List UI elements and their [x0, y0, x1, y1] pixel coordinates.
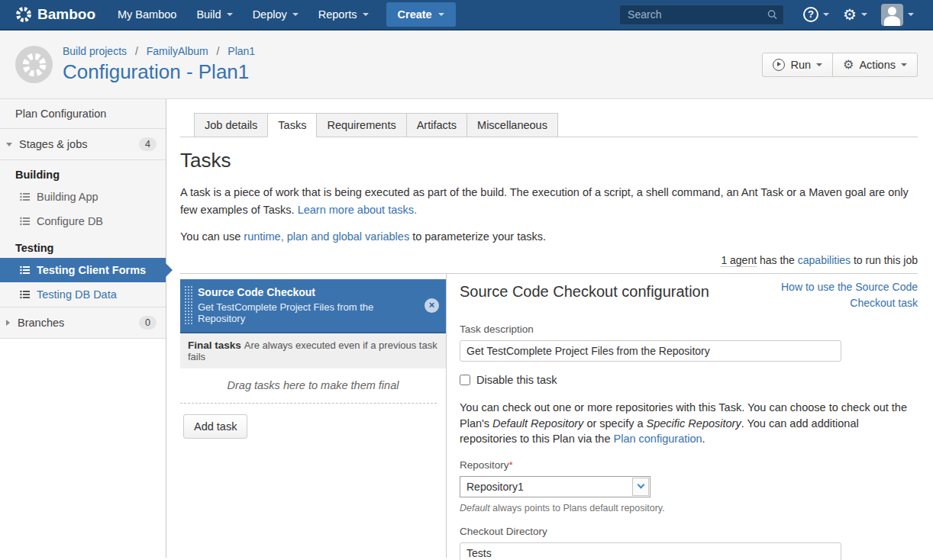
nav-my-bamboo[interactable]: My Bamboo: [108, 0, 186, 30]
branches-count-badge: 0: [139, 316, 157, 330]
capabilities-link[interactable]: capabilities: [798, 254, 851, 266]
breadcrumb-build-projects[interactable]: Build projects: [63, 45, 127, 57]
chevron-down-icon: [816, 63, 822, 66]
header-text: Build projects / FamilyAlbum / Plan1 Con…: [63, 45, 255, 84]
search-box[interactable]: [619, 5, 784, 25]
intro-text: You can use: [180, 230, 244, 243]
drag-tasks-hint: Drag tasks here to make them final: [180, 369, 446, 403]
task-card-source-code-checkout[interactable]: Source Code Checkout Get TestComplete Pr…: [180, 279, 446, 333]
repository-description: You can check out one or more repositori…: [460, 400, 918, 447]
final-tasks-label: Final tasks: [188, 340, 241, 351]
tab-artifacts[interactable]: Artifacts: [406, 113, 467, 137]
tab-miscellaneous[interactable]: Miscellaneous: [466, 113, 558, 137]
sidebar-item-branches[interactable]: Branches 0: [0, 307, 166, 338]
bamboo-logo-icon: [15, 6, 32, 23]
user-menu[interactable]: [877, 4, 918, 26]
list-icon: [20, 217, 30, 226]
list-icon: [20, 266, 30, 275]
help-menu[interactable]: [799, 7, 833, 22]
delete-task-button[interactable]: [425, 298, 439, 313]
breadcrumb-familyalbum[interactable]: FamilyAlbum: [147, 45, 208, 57]
sidebar-item-plan-configuration[interactable]: Plan Configuration: [0, 99, 166, 129]
sidebar-item-building-app[interactable]: Building App: [0, 185, 166, 209]
disable-task-row[interactable]: Disable this task: [460, 374, 918, 386]
checkout-directory-label: Checkout Directory: [460, 526, 918, 537]
gear-icon: [843, 7, 857, 22]
agents-capability-line: 1 agent has the capabilities to run this…: [180, 254, 918, 266]
testing-client-forms-label: Testing Client Forms: [37, 264, 146, 276]
search-input[interactable]: [626, 8, 767, 21]
nav-build[interactable]: Build: [186, 0, 242, 30]
sidebar-nav: Plan Configuration Stages & jobs 4 Build…: [0, 99, 166, 339]
page-title: Configuration - Plan1: [63, 60, 255, 84]
run-button[interactable]: Run: [762, 53, 833, 77]
tab-bar: Job details Tasks Requirements Artifacts…: [180, 113, 918, 137]
how-to-use-link[interactable]: How to use the Source Code Checkout task: [759, 279, 918, 311]
sidebar-item-stages-jobs[interactable]: Stages & jobs 4: [0, 129, 166, 160]
sidebar-item-testing-db-data[interactable]: Testing DB Data: [0, 282, 166, 307]
plan-configuration-link[interactable]: Plan configuration: [614, 433, 702, 445]
drag-handle-icon[interactable]: [184, 285, 193, 326]
repository-label: Repository*: [460, 459, 918, 471]
stage-heading-testing: Testing: [0, 233, 166, 258]
repository-select[interactable]: Repository1: [460, 476, 651, 497]
learn-more-link[interactable]: Learn more about tasks.: [298, 204, 417, 216]
add-task-button[interactable]: Add task: [183, 414, 247, 439]
create-button[interactable]: Create: [386, 2, 456, 27]
breadcrumb: Build projects / FamilyAlbum / Plan1: [63, 45, 255, 57]
chevron-down-icon: [637, 481, 644, 489]
sidebar-item-configure-db[interactable]: Configure DB: [0, 209, 166, 233]
repo-text: .: [702, 433, 705, 445]
list-icon: [20, 290, 30, 299]
building-app-label: Building App: [37, 191, 98, 203]
chevron-down-icon: [823, 13, 829, 16]
branches-label: Branches: [18, 317, 64, 329]
navbar-icon-group: [799, 4, 918, 26]
intro-text: A task is a piece of work that is being …: [180, 186, 909, 216]
tab-requirements[interactable]: Requirements: [316, 113, 406, 137]
admin-menu[interactable]: [839, 7, 871, 22]
tasks-layout: Source Code Checkout Get TestComplete Pr…: [180, 274, 918, 558]
chevron-down-icon: [861, 13, 867, 16]
variables-link[interactable]: runtime, plan and global variables: [244, 230, 409, 243]
final-tasks-dropzone-divider: [180, 403, 437, 404]
main-content: Job details Tasks Requirements Artifacts…: [166, 99, 933, 558]
tasks-intro-paragraph: A task is a piece of work that is being …: [180, 184, 918, 219]
search-icon: [767, 9, 777, 20]
top-navbar: Bamboo My Bamboo Build Deploy Reports Cr…: [0, 0, 933, 31]
disable-task-checkbox[interactable]: [460, 375, 470, 385]
play-icon: [773, 59, 785, 71]
chevron-down-icon: [6, 143, 12, 146]
gear-icon: [843, 59, 854, 71]
task-title: Source Code Checkout: [198, 286, 418, 298]
agent-count: 1 agent: [721, 254, 757, 267]
bamboo-logo[interactable]: Bamboo: [15, 6, 95, 23]
plan-avatar-icon: [15, 46, 53, 83]
nav-my-bamboo-label: My Bamboo: [118, 8, 176, 21]
repository-help-default: Default: [460, 503, 490, 513]
nav-build-label: Build: [196, 8, 221, 21]
nav-deploy[interactable]: Deploy: [243, 0, 308, 30]
select-arrow-button[interactable]: [632, 478, 649, 496]
nav-reports[interactable]: Reports: [308, 0, 379, 30]
task-description-input[interactable]: [460, 340, 841, 362]
repo-specific-repository: Specific Repository: [647, 417, 741, 430]
chevron-down-icon: [363, 13, 369, 16]
agents-text: has the: [757, 254, 798, 266]
nav-reports-label: Reports: [318, 8, 357, 21]
brand-label: Bamboo: [37, 6, 95, 23]
variables-paragraph: You can use runtime, plan and global var…: [180, 228, 918, 246]
actions-button[interactable]: Actions: [832, 53, 918, 77]
breadcrumb-plan1[interactable]: Plan1: [228, 45, 255, 57]
stage-heading-building: Building: [0, 160, 166, 185]
page-header: Build projects / FamilyAlbum / Plan1 Con…: [0, 31, 933, 99]
tab-job-details[interactable]: Job details: [194, 113, 268, 137]
checkout-directory-input[interactable]: [460, 542, 841, 560]
config-header: Source Code Checkout configuration How t…: [460, 279, 918, 311]
plan-configuration-label: Plan Configuration: [15, 108, 106, 120]
sidebar-item-testing-client-forms[interactable]: Testing Client Forms: [0, 258, 166, 282]
configure-db-label: Configure DB: [37, 215, 103, 227]
create-button-label: Create: [398, 8, 432, 21]
tab-tasks[interactable]: Tasks: [267, 113, 317, 137]
stages-jobs-label: Stages & jobs: [19, 138, 87, 150]
